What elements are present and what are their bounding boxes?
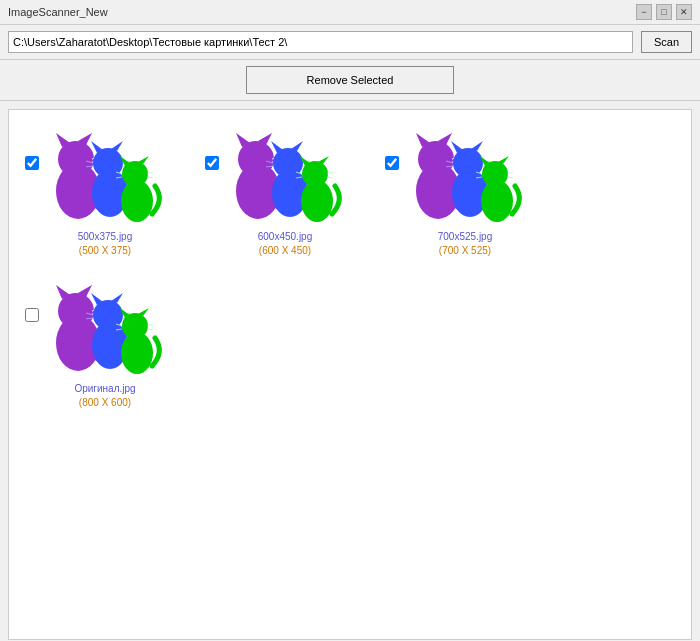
- remove-selected-button[interactable]: Remove Selected: [246, 66, 455, 94]
- image-item-row: [25, 126, 173, 226]
- svg-line-47: [327, 177, 333, 178]
- image-filename-1: 500x375.jpg: [78, 231, 133, 242]
- image-dimensions-4: (800 X 600): [79, 397, 131, 408]
- image-label-3: 700x525.jpg(700 X 525): [385, 230, 545, 258]
- image-item: 500x375.jpg(500 X 375): [25, 126, 185, 258]
- image-item-row: [25, 278, 173, 378]
- svg-line-71: [507, 177, 513, 178]
- image-grid: 500x375.jpg(500 X 375): [9, 110, 691, 426]
- image-label-1: 500x375.jpg(500 X 375): [25, 230, 185, 258]
- image-item-row: [385, 126, 533, 226]
- svg-marker-11: [111, 141, 123, 151]
- cat-thumbnail-3: [403, 126, 533, 226]
- svg-line-95: [147, 329, 153, 330]
- image-item: 600x450.jpg(600 X 450): [205, 126, 365, 258]
- svg-line-29: [230, 162, 238, 163]
- svg-point-25: [238, 141, 274, 177]
- svg-line-23: [147, 177, 153, 178]
- image-dimensions-1: (500 X 375): [79, 245, 131, 256]
- image-checkbox-3[interactable]: [385, 156, 399, 170]
- svg-line-76: [50, 309, 58, 311]
- image-checkbox-1[interactable]: [25, 156, 39, 170]
- image-dimensions-3: (700 X 525): [439, 245, 491, 256]
- cat-thumbnail-2: [223, 126, 353, 226]
- maximize-button[interactable]: □: [656, 4, 672, 20]
- image-label-4: Оригинал.jpg(800 X 600): [25, 382, 185, 410]
- image-filename-4: Оригинал.jpg: [74, 383, 135, 394]
- image-checkbox-2[interactable]: [205, 156, 219, 170]
- window-controls: − □ ✕: [636, 4, 692, 20]
- image-checkbox-4[interactable]: [25, 308, 39, 322]
- svg-line-28: [230, 157, 238, 159]
- svg-line-52: [410, 157, 418, 159]
- scan-button[interactable]: Scan: [641, 31, 692, 53]
- svg-line-5: [50, 162, 58, 163]
- cat-thumbnail-1: [43, 126, 173, 226]
- svg-marker-59: [471, 141, 483, 151]
- svg-point-49: [418, 141, 454, 177]
- app-title: ImageScanner_New: [8, 6, 108, 18]
- image-dimensions-2: (600 X 450): [259, 245, 311, 256]
- image-filename-2: 600x450.jpg: [258, 231, 313, 242]
- image-label-2: 600x450.jpg(600 X 450): [205, 230, 365, 258]
- cat-thumbnail-4: [43, 278, 173, 378]
- title-bar: ImageScanner_New − □ ✕: [0, 0, 700, 25]
- remove-bar: Remove Selected: [0, 60, 700, 101]
- close-button[interactable]: ✕: [676, 4, 692, 20]
- minimize-button[interactable]: −: [636, 4, 652, 20]
- svg-point-1: [58, 141, 94, 177]
- svg-line-53: [410, 162, 418, 163]
- svg-line-4: [50, 157, 58, 159]
- image-filename-3: 700x525.jpg: [438, 231, 493, 242]
- content-area: 500x375.jpg(500 X 375): [8, 109, 692, 640]
- image-item-row: [205, 126, 353, 226]
- toolbar: Scan: [0, 25, 700, 60]
- svg-marker-83: [111, 293, 123, 303]
- path-input[interactable]: [8, 31, 633, 53]
- svg-point-73: [58, 293, 94, 329]
- svg-line-77: [50, 314, 58, 315]
- image-item: Оригинал.jpg(800 X 600): [25, 278, 185, 410]
- image-item: 700x525.jpg(700 X 525): [385, 126, 545, 258]
- svg-marker-35: [291, 141, 303, 151]
